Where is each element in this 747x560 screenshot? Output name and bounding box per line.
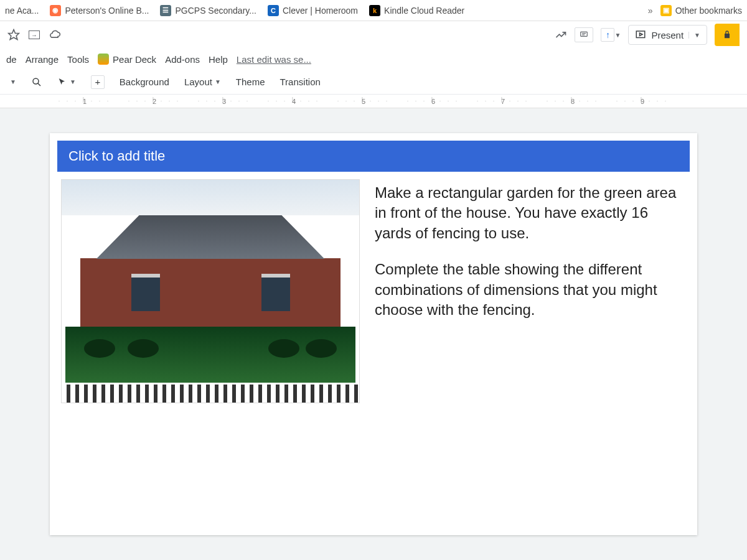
- menu-item-help[interactable]: Help: [209, 54, 228, 65]
- bookmark-label: Clever | Homeroom: [283, 6, 358, 16]
- menu-bar: de Arrange Tools Pear Deck Add-ons Help …: [0, 49, 747, 70]
- last-edit-link[interactable]: Last edit was se...: [237, 54, 311, 65]
- ruler-tick: 9: [608, 98, 677, 105]
- slide[interactable]: Click to add title Make a rectangular: [50, 133, 697, 535]
- upload-dropdown[interactable]: ↑▼: [601, 28, 621, 42]
- layout-dropdown[interactable]: Layout ▼: [181, 74, 225, 90]
- present-label: Present: [651, 30, 684, 40]
- image-window: [261, 274, 290, 311]
- svg-rect-4: [637, 31, 646, 38]
- favicon-icon: ☰: [160, 5, 171, 16]
- activity-icon[interactable]: [555, 29, 567, 41]
- image-lawn: [65, 327, 355, 383]
- svg-marker-5: [640, 33, 643, 36]
- image-shrub: [84, 339, 115, 358]
- slide-paragraph-2: Complete the table showing the different…: [375, 259, 686, 320]
- bookmark-label: Kindle Cloud Reader: [384, 6, 464, 16]
- menu-item-addons[interactable]: Add-ons: [165, 54, 200, 65]
- ruler-tick: 3: [189, 98, 259, 105]
- layout-label: Layout: [184, 77, 212, 87]
- image-window: [131, 274, 160, 311]
- svg-marker-0: [9, 30, 19, 40]
- ruler-tick: 2: [120, 98, 189, 105]
- zoom-tool[interactable]: [27, 74, 46, 90]
- present-dropdown-icon[interactable]: ▼: [688, 32, 700, 39]
- background-button[interactable]: Background: [116, 74, 173, 90]
- move-icon[interactable]: →: [29, 30, 40, 39]
- transition-button[interactable]: Transition: [276, 74, 324, 90]
- favicon-icon: C: [268, 5, 279, 16]
- house-image[interactable]: [61, 179, 360, 403]
- ruler-tick: 8: [538, 98, 608, 105]
- other-bookmarks-button[interactable]: ▣ Other bookmarks: [660, 5, 742, 16]
- image-wall: [80, 258, 341, 327]
- bookmarks-bar: ne Aca... ◉ Peterson's Online B... ☰ PGC…: [0, 0, 747, 21]
- image-shrub: [268, 339, 299, 358]
- image-sky: [62, 180, 359, 215]
- ruler-tick: 1: [50, 98, 120, 105]
- share-button[interactable]: [715, 24, 740, 46]
- slide-canvas-area[interactable]: Click to add title Make a rectangular: [0, 108, 747, 560]
- menu-item-pear-deck[interactable]: Pear Deck: [98, 54, 156, 65]
- add-box-tool[interactable]: +: [87, 73, 108, 91]
- pear-deck-label: Pear Deck: [113, 54, 156, 65]
- svg-rect-1: [581, 32, 588, 36]
- menu-item-tools[interactable]: Tools: [67, 54, 89, 65]
- slide-toolbar: ▼ ▼ + Background Layout ▼ Theme Transiti…: [0, 70, 747, 95]
- more-dropdown[interactable]: ▼: [6, 76, 20, 88]
- present-button[interactable]: Present ▼: [628, 25, 707, 45]
- slide-body: Make a rectangular garden for the green …: [50, 179, 697, 535]
- bookmark-label: ne Aca...: [5, 6, 39, 16]
- image-shrub: [128, 339, 159, 358]
- svg-line-7: [37, 83, 40, 86]
- image-fence: [62, 383, 359, 403]
- ruler-tick: 4: [259, 98, 329, 105]
- image-shrub: [306, 339, 337, 358]
- bookmark-item-4[interactable]: k Kindle Cloud Reader: [369, 5, 464, 16]
- star-icon[interactable]: [7, 29, 20, 41]
- menu-item-arrange[interactable]: Arrange: [26, 54, 59, 65]
- theme-button[interactable]: Theme: [232, 74, 269, 90]
- favicon-icon: k: [369, 5, 380, 16]
- slide-paragraph-1: Make a rectangular garden for the green …: [375, 183, 686, 243]
- bookmarks-overflow-button[interactable]: »: [648, 6, 653, 16]
- folder-icon: ▣: [660, 5, 672, 16]
- slide-text-box[interactable]: Make a rectangular garden for the green …: [375, 179, 686, 524]
- horizontal-ruler: 1 2 3 4 5 6 7 8 9: [0, 95, 747, 108]
- bookmark-item-0[interactable]: ne Aca...: [5, 6, 39, 16]
- comments-icon[interactable]: [575, 27, 593, 42]
- bookmark-label: Peterson's Online B...: [65, 6, 149, 16]
- document-actions-bar: → ↑▼ Present ▼: [0, 21, 747, 49]
- other-bookmarks-label: Other bookmarks: [675, 6, 742, 16]
- bookmark-item-1[interactable]: ◉ Peterson's Online B...: [50, 5, 149, 16]
- pear-deck-icon: [98, 54, 109, 65]
- bookmark-label: PGCPS Secondary...: [175, 6, 256, 16]
- menu-item-slide[interactable]: de: [6, 54, 17, 65]
- cloud-icon[interactable]: [49, 29, 61, 41]
- ruler-tick: 6: [398, 98, 468, 105]
- ruler-tick: 7: [468, 98, 538, 105]
- slide-title-placeholder[interactable]: Click to add title: [57, 141, 690, 172]
- favicon-icon: ◉: [50, 5, 61, 16]
- ruler-tick: 5: [329, 98, 398, 105]
- bookmark-item-3[interactable]: C Clever | Homeroom: [268, 5, 358, 16]
- select-tool[interactable]: ▼: [54, 75, 80, 90]
- bookmark-item-2[interactable]: ☰ PGCPS Secondary...: [160, 5, 256, 16]
- image-roof: [68, 215, 353, 259]
